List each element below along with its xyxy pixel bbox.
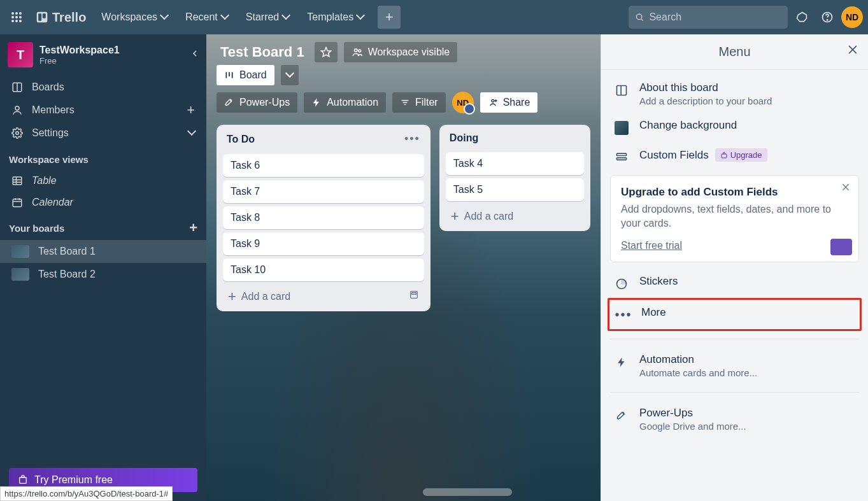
card[interactable]: Task 9 <box>223 232 424 255</box>
card[interactable]: Task 7 <box>223 180 424 203</box>
brand-text: Trello <box>52 10 86 25</box>
sidebar-calendar-view[interactable]: Calendar <box>0 192 206 213</box>
sidebar-settings[interactable]: Settings <box>0 122 206 144</box>
svg-point-5 <box>19 16 22 18</box>
plus-icon: + <box>385 10 394 24</box>
view-switcher-dropdown[interactable] <box>281 65 299 85</box>
start-free-trial-link[interactable]: Start free trial <box>621 240 682 251</box>
templates-dropdown[interactable]: Templates <box>299 8 371 27</box>
menu-separator <box>610 339 859 339</box>
svg-point-6 <box>11 20 14 22</box>
help-button[interactable] <box>816 6 839 29</box>
notifications-button[interactable] <box>790 6 813 29</box>
members-icon <box>11 104 23 116</box>
star-board-button[interactable] <box>315 42 338 62</box>
svg-point-18 <box>15 106 19 110</box>
create-button[interactable]: + <box>378 6 401 29</box>
bolt-icon <box>311 97 322 108</box>
workspace-badge: T <box>8 42 33 67</box>
svg-point-3 <box>11 16 14 18</box>
list-menu-button[interactable]: ••• <box>404 132 420 146</box>
promo-title: Upgrade to add Custom Fields <box>621 186 848 199</box>
svg-rect-24 <box>13 199 22 207</box>
share-icon <box>488 97 498 108</box>
trello-logo[interactable]: Trello <box>31 10 91 25</box>
search-input[interactable] <box>649 11 781 23</box>
add-card-button[interactable]: + Add a card <box>222 285 297 305</box>
svg-point-31 <box>359 50 361 52</box>
list-title[interactable]: Doing <box>450 132 478 144</box>
svg-rect-47 <box>617 153 627 155</box>
workspace-header[interactable]: T TestWorkspace1 Free <box>0 34 206 74</box>
starred-dropdown[interactable]: Starred <box>238 8 297 27</box>
chevron-down-icon <box>222 11 228 23</box>
card[interactable]: Task 8 <box>223 206 424 229</box>
board-title[interactable]: Test Board 1 <box>217 43 308 62</box>
chevron-down-icon <box>189 127 195 139</box>
apps-menu-button[interactable] <box>5 6 28 29</box>
rocket-icon <box>224 97 234 108</box>
card[interactable]: Task 5 <box>446 178 584 201</box>
menu-automation[interactable]: Automation Automate cards and more... <box>608 347 862 385</box>
add-card-button[interactable]: + Add a card <box>445 204 585 225</box>
sidebar-table-view[interactable]: Table <box>0 170 206 192</box>
filter-button[interactable]: Filter <box>392 92 446 113</box>
horizontal-scrollbar[interactable] <box>423 488 512 496</box>
add-member-button[interactable]: + <box>187 103 195 117</box>
menu-stickers[interactable]: Stickers <box>608 269 862 298</box>
menu-more[interactable]: ••• More <box>608 298 862 331</box>
svg-point-12 <box>636 14 641 19</box>
powerups-button[interactable]: Power-Ups <box>217 92 297 113</box>
card-template-button[interactable] <box>402 286 425 304</box>
svg-point-19 <box>16 132 19 135</box>
workspace-name: TestWorkspace1 <box>39 45 120 56</box>
board-member-avatar[interactable]: ND <box>452 92 474 113</box>
svg-rect-10 <box>38 13 41 21</box>
close-icon <box>846 43 859 56</box>
list-todo: To Do ••• Task 6 Task 7 Task 8 Task 9 Ta… <box>217 125 430 311</box>
menu-powerups[interactable]: Power-Ups Google Drive and more... <box>608 400 862 438</box>
share-button[interactable]: Share <box>480 92 538 113</box>
menu-about-board[interactable]: About this board Add a description to yo… <box>608 75 862 113</box>
list-title[interactable]: To Do <box>227 134 255 145</box>
visibility-button[interactable]: Workspace visible <box>344 42 458 62</box>
sidebar-board-item-1[interactable]: Test Board 1 <box>0 240 206 263</box>
recent-dropdown[interactable]: Recent <box>178 8 236 27</box>
automation-button[interactable]: Automation <box>304 92 386 113</box>
star-icon <box>320 46 332 58</box>
sidebar-board-item-2[interactable]: Test Board 2 <box>0 263 206 286</box>
background-thumb-icon <box>614 120 629 136</box>
close-promo-button[interactable] <box>841 182 851 192</box>
your-boards-heading: Your boards + <box>0 213 206 240</box>
board-view-icon <box>224 70 234 80</box>
board-thumb-icon <box>11 268 29 281</box>
menu-change-background[interactable]: Change background <box>608 113 862 142</box>
plus-icon: + <box>451 209 459 223</box>
more-icon: ••• <box>616 307 631 323</box>
sidebar-members[interactable]: Members + <box>0 98 206 122</box>
workspace-sidebar: T TestWorkspace1 Free Boards Members + S… <box>0 34 206 501</box>
menu-custom-fields[interactable]: Custom Fields Upgrade <box>608 142 862 171</box>
chevron-down-icon <box>357 11 364 23</box>
status-bar-url: https://trello.com/b/yAu3QGoD/test-board… <box>0 486 173 501</box>
account-avatar[interactable]: ND <box>841 6 863 28</box>
sidebar-boards[interactable]: Boards <box>0 76 206 98</box>
list-doing: Doing Task 4 Task 5 + Add a card <box>439 125 590 231</box>
workspace-plan: Free <box>39 56 120 66</box>
people-icon <box>352 46 363 58</box>
board-menu-panel: Menu About this board Add a description … <box>601 34 868 501</box>
workspaces-dropdown[interactable]: Workspaces <box>94 8 175 27</box>
board-view-button[interactable]: Board <box>217 65 274 85</box>
collapse-sidebar-button[interactable] <box>190 48 200 59</box>
card[interactable]: Task 4 <box>446 152 584 175</box>
card[interactable]: Task 10 <box>223 258 424 281</box>
svg-point-7 <box>15 20 18 22</box>
close-menu-button[interactable] <box>846 43 859 56</box>
upgrade-badge[interactable]: Upgrade <box>715 148 767 162</box>
gear-icon <box>11 127 23 139</box>
add-board-button[interactable]: + <box>189 221 197 235</box>
svg-point-8 <box>19 20 22 22</box>
workspace-views-heading: Workspace views <box>0 146 206 170</box>
card[interactable]: Task 6 <box>223 154 424 177</box>
search-box[interactable] <box>629 6 788 29</box>
